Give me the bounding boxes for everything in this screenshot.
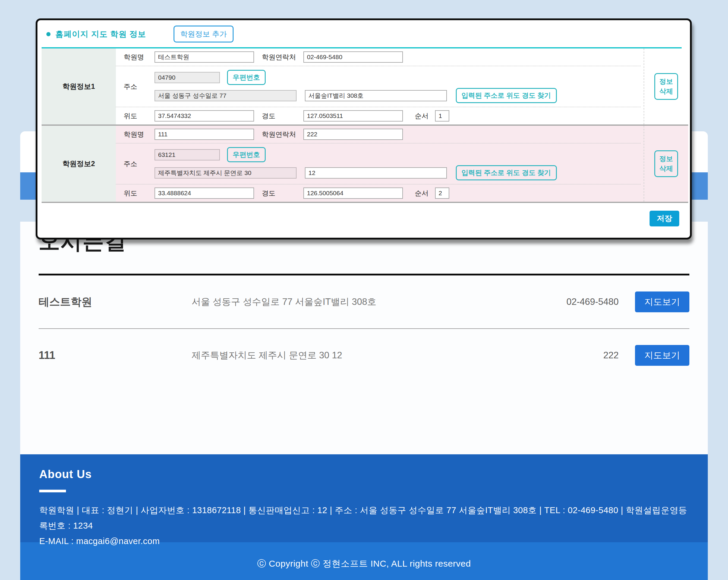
address-detail-input[interactable] [305, 90, 447, 101]
coords-row: 위도 경도 순서 [116, 185, 641, 202]
section-fields: 학원명 학원연락처 주소 우편번호 [116, 48, 688, 125]
delete-zone: 정보삭제 [644, 126, 688, 202]
save-button[interactable]: 저장 [650, 211, 679, 227]
address-label: 주소 [116, 159, 155, 168]
street-line: 입력된 주소로 위도 경도 찾기 [155, 88, 557, 103]
address-detail-input[interactable] [305, 167, 447, 179]
academy-name-input[interactable] [155, 129, 254, 140]
find-coordinates-button[interactable]: 입력된 주소로 위도 경도 찾기 [456, 165, 557, 180]
latitude-label: 위도 [116, 111, 155, 121]
footer-info-line: 학원학원 | 대표 : 정현기 | 사업자번호 : 1318672118 | 통… [39, 502, 689, 533]
section-fields: 학원명 학원연락처 주소 우편번호 [116, 126, 688, 202]
section-row-label: 학원정보1 [42, 48, 116, 125]
postal-line: 우편번호 [155, 70, 557, 85]
latitude-label: 위도 [116, 189, 155, 198]
academy-form-table: 학원정보1 학원명 학원연락처 주소 우편번호 [42, 48, 688, 203]
order-label: 순서 [415, 189, 435, 198]
delete-label-line2: 삭제 [659, 165, 673, 172]
street-line: 입력된 주소로 위도 경도 찾기 [155, 165, 557, 180]
longitude-input[interactable] [303, 187, 403, 199]
name-label: 학원명 [116, 53, 155, 62]
academy-phone: 02-469-5480 [541, 296, 619, 307]
academy-section-1: 학원정보1 학원명 학원연락처 주소 우편번호 [42, 48, 688, 126]
academy-list-item: 테스트학원 서울 성동구 성수일로 77 서울숲IT밸리 308호 02-469… [38, 275, 690, 328]
add-academy-button[interactable]: 학원정보 추가 [174, 26, 234, 43]
academy-name: 111 [38, 349, 192, 362]
delete-info-button[interactable]: 정보삭제 [654, 73, 678, 100]
latitude-input[interactable] [155, 187, 254, 199]
address-label: 주소 [116, 82, 155, 91]
postal-code-input[interactable] [155, 72, 220, 83]
academy-info-modal: 홈페이지 지도 학원 정보 학원정보 추가 학원정보1 학원명 학원연락처 주소 [36, 19, 692, 239]
section-row-label: 학원정보2 [42, 126, 116, 202]
bullet-icon [46, 32, 51, 36]
view-map-button[interactable]: 지도보기 [635, 291, 690, 312]
address-fields: 우편번호 입력된 주소로 위도 경도 찾기 [155, 70, 557, 103]
modal-footer: 저장 [37, 203, 690, 238]
delete-label-line2: 삭제 [659, 87, 673, 95]
order-label: 순서 [415, 111, 435, 121]
academy-section-2: 학원정보2 학원명 학원연락처 주소 우편번호 [42, 126, 688, 203]
academy-address: 제주특별자치도 제주시 문연로 30 12 [192, 349, 541, 362]
name-contact-row: 학원명 학원연락처 [116, 126, 641, 143]
postal-code-input[interactable] [155, 149, 220, 160]
coords-row: 위도 경도 순서 [116, 107, 641, 125]
delete-zone: 정보삭제 [644, 48, 688, 125]
contact-label: 학원연락처 [262, 130, 303, 139]
find-coordinates-button[interactable]: 입력된 주소로 위도 경도 찾기 [456, 88, 557, 103]
address-row: 주소 우편번호 입력된 주소로 위도 경도 찾기 [116, 143, 641, 185]
delete-info-button[interactable]: 정보삭제 [654, 150, 678, 177]
academy-list-item: 111 제주특별자치도 제주시 문연로 30 12 222 지도보기 [38, 329, 690, 382]
address-row: 주소 우편번호 입력된 주소로 위도 경도 찾기 [116, 66, 641, 107]
copyright-text: ⓒ Copyright ⓒ 정현소프트 INC, ALL rights rese… [257, 558, 471, 570]
latitude-input[interactable] [155, 110, 254, 122]
directions-section: 오시는길 테스트학원 서울 성동구 성수일로 77 서울숲IT밸리 308호 0… [20, 222, 708, 454]
footer: About Us 학원학원 | 대표 : 정현기 | 사업자번호 : 13186… [20, 454, 708, 542]
academy-contact-input[interactable] [303, 129, 403, 140]
academy-name: 테스트학원 [38, 295, 192, 309]
footer-company-info: 학원학원 | 대표 : 정현기 | 사업자번호 : 1318672118 | 통… [39, 502, 689, 549]
academy-contact-input[interactable] [303, 51, 403, 63]
academy-name-input[interactable] [155, 51, 254, 63]
view-map-button[interactable]: 지도보기 [635, 345, 690, 366]
order-input[interactable] [435, 110, 449, 122]
longitude-input[interactable] [303, 110, 403, 122]
delete-label-line1: 정보 [659, 155, 673, 162]
postal-line: 우편번호 [155, 147, 557, 162]
footer-about-title: About Us [39, 468, 689, 481]
name-contact-row: 학원명 학원연락처 [116, 48, 641, 66]
academy-address: 서울 성동구 성수일로 77 서울숲IT밸리 308호 [192, 296, 541, 308]
road-address-input[interactable] [155, 90, 296, 101]
modal-header: 홈페이지 지도 학원 정보 학원정보 추가 [37, 20, 690, 47]
delete-label-line1: 정보 [659, 78, 673, 85]
modal-title: 홈페이지 지도 학원 정보 [55, 29, 146, 39]
name-label: 학원명 [116, 130, 155, 139]
longitude-label: 경도 [262, 189, 303, 198]
contact-label: 학원연락처 [262, 53, 303, 62]
footer-accent-dash [39, 490, 66, 492]
order-input[interactable] [435, 187, 449, 199]
longitude-label: 경도 [262, 111, 303, 121]
postal-search-button[interactable]: 우편번호 [227, 70, 266, 85]
address-fields: 우편번호 입력된 주소로 위도 경도 찾기 [155, 147, 557, 180]
road-address-input[interactable] [155, 167, 296, 179]
postal-search-button[interactable]: 우편번호 [227, 147, 266, 162]
academy-phone: 222 [541, 350, 619, 361]
